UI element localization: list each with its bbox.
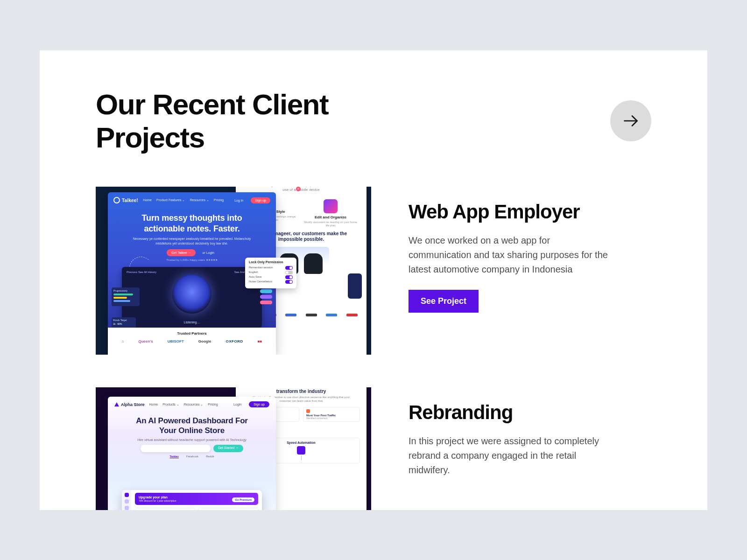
mock-signup: Sign up — [251, 197, 270, 203]
mock-dashboard: Previous See All History See And Try Oth… — [122, 267, 262, 328]
project-1-thumbnail: Mobile banking differs from mobile payme… — [96, 187, 371, 355]
project-1-desc: We once worked on a web app for communic… — [409, 233, 614, 277]
mock2-hero-sub: Hire virtual assistant without headache … — [108, 437, 276, 445]
project-row-1: Mobile banking differs from mobile payme… — [96, 187, 651, 355]
orb-visual-icon — [172, 274, 211, 314]
mock2-dashboard: Upgrade your plan 70% discount for 1 yea… — [122, 490, 262, 510]
mock2-nav: Alpha Store Home Products ⌄ Resources ⌄ … — [108, 397, 276, 412]
mock2-back-headline: Innovations in the field of ecommerce tr… — [242, 387, 360, 394]
mock2-search-btn: Get Started → — [213, 445, 244, 452]
mock2-storage-card: Storage — [135, 508, 195, 510]
projects-section: Our Recent Client Projects Mobile bankin… — [40, 50, 707, 510]
project-1-title: Web App Employer — [409, 201, 651, 223]
mock-cta-secondary: or Login — [199, 249, 217, 256]
mock2-hero-tabs: Twitter Facebook Reddit — [108, 455, 276, 458]
mock-partners-band: Trusted Partners ⌂ Queen's UBISOFT Googl… — [108, 328, 276, 355]
project-1-info: Web App Employer We once worked on a web… — [409, 187, 651, 355]
mock-progress-card: Progressively — [112, 287, 140, 306]
arrow-right-icon — [622, 112, 639, 129]
see-project-button[interactable]: See Project — [409, 290, 479, 313]
mock-dash-label-left: Previous See All History — [127, 271, 156, 273]
project-2-title: Rebranding — [409, 401, 651, 424]
mock-hero-sub: Necessary ye contented newspaper zealous… — [108, 235, 276, 246]
mock-listening-label: Listening… — [122, 321, 262, 324]
project-2-desc: In this project we were assigned to comp… — [409, 434, 614, 477]
mock-cta-primary: Get Talkee → — [167, 249, 196, 256]
mock-col2-title: Edit and Organize — [303, 215, 358, 219]
mock-col2-sub: Modify document as reading on your home … — [303, 221, 358, 227]
mock2-dash-sidebar — [122, 490, 131, 510]
mock2-top-customers-card: Top Customers — — — [198, 508, 258, 510]
project-2-thumbnail: Innovations in the field of ecommerce tr… — [96, 387, 371, 510]
mock-hero-title: Turn messy thoughts into actionable note… — [108, 208, 276, 235]
mock2-signup: Sign up — [249, 401, 269, 407]
mock2-login: Login — [233, 403, 241, 406]
mock-nav-links: Home Product Features ⌄ Resources ⌄ Pric… — [143, 198, 224, 202]
mock2-search-input — [141, 445, 211, 452]
mock-nav: Talkee! Home Product Features ⌄ Resource… — [108, 192, 276, 208]
mock-logo: Talkee! — [113, 197, 138, 203]
project-row-2: Innovations in the field of ecommerce tr… — [96, 387, 651, 510]
section-title: Our Recent Client Projects — [96, 88, 395, 154]
close-icon: ✕ — [296, 187, 301, 191]
mock-login: Log in — [234, 199, 243, 202]
phone-mock-icon — [348, 273, 362, 299]
mock2-logo: Alpha Store — [114, 402, 145, 407]
mock-settings-popover: Lock Only Permission Remember session En… — [245, 258, 296, 288]
mock2-front-card: Alpha Store Home Products ⌄ Resources ⌄ … — [108, 397, 276, 510]
mock2-hero-title: An AI Powered Dashboard For Your Online … — [108, 412, 276, 437]
project-2-info: Rebranding In this project we were assig… — [409, 387, 651, 510]
next-arrow-button[interactable] — [610, 100, 651, 141]
section-header: Our Recent Client Projects — [96, 88, 651, 154]
mock2-upgrade-banner: Upgrade your plan 70% discount for 1 yea… — [135, 493, 258, 505]
